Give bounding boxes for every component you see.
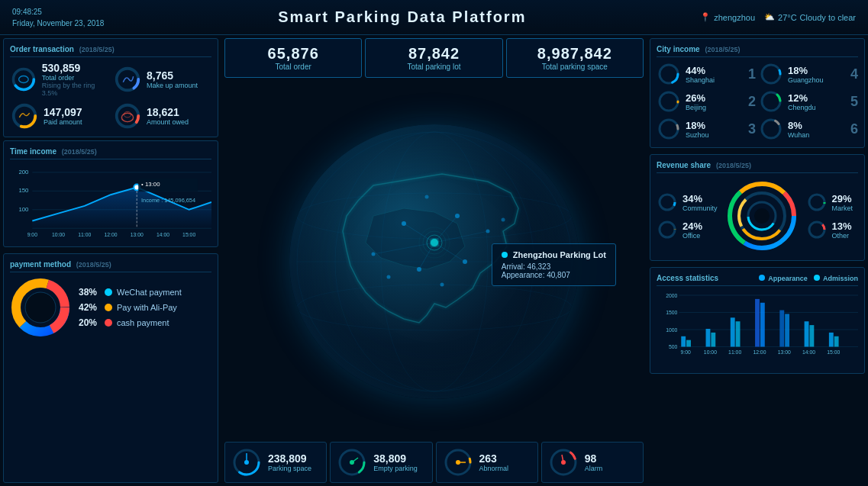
appearance-dot [759,275,765,281]
access-legend: Appearance Admission [759,275,858,282]
revenue-donut-svg [724,178,800,254]
svg-point-10 [124,111,131,117]
city-ring-1 [759,62,783,86]
header: 09:48:25 Friday, November 23, 2018 Smart… [0,0,868,35]
svg-text:• 13:00: • 13:00 [141,181,160,188]
svg-point-2 [19,76,29,83]
gauge-icon-3 [548,447,579,478]
svg-line-69 [352,458,358,462]
payment-dot-2 [105,319,112,327]
rev-ring-3 [806,219,828,240]
svg-text:11:00: 11:00 [78,232,91,237]
city-item-1: 18% Guangzhou 4 [759,62,858,86]
order-transaction-panel: Order transaction (2018/5/25) 530,859 To… [3,38,218,137]
svg-point-107 [809,222,824,237]
order-label-0: Total order [42,74,108,82]
map-container: Zhengzhou Parking Lot Arrival: 46,323 Ap… [221,81,647,442]
access-bar-chart: 2000 1500 1000 500 [657,291,858,367]
order-label-1: Make up amount [147,82,198,89]
svg-text:500: 500 [669,344,678,349]
appearance-legend: Appearance [759,275,808,282]
header-datetime: 09:48:25 Friday, November 23, 2018 [12,6,104,29]
svg-rect-123 [755,299,760,347]
city-ring-5 [759,117,783,141]
svg-rect-119 [706,329,711,346]
svg-text:10:00: 10:00 [704,349,717,355]
header-date: Friday, November 23, 2018 [12,18,104,29]
order-item-3: 18,621 Amount owed [113,101,211,130]
revenue-legend-right: 29% Market 13% Other [806,192,857,240]
city-item-5: 8% Wuhan 6 [759,117,858,141]
payment-legend: 38% WeChat payment 42% Pay with Ali-Pay … [79,287,182,328]
svg-rect-125 [779,311,784,347]
order-transaction-title: Order transaction (2018/5/25) [10,45,211,57]
svg-rect-130 [834,336,839,347]
svg-text:1500: 1500 [666,310,677,315]
city-ring-2 [657,89,681,114]
svg-text:100: 100 [18,206,29,213]
map-tooltip-title: Zhengzhou Parking Lot [502,250,606,259]
rev-item-1: 29% Market [806,192,857,213]
access-statistics-panel: Access statistics Appearance Admission [650,267,865,374]
city-item-4: 18% Suzhou 3 [657,117,756,141]
center-stat-lbl-0: Total order [234,63,352,71]
svg-point-82 [660,92,678,111]
rev-item-0: 34% Community [657,192,718,213]
payment-legend-2: 20% cash payment [79,317,182,328]
location-icon: 📍 [700,12,711,22]
center-stat-lbl-1: Total parking lot [375,63,492,71]
order-ring-3 [113,101,142,130]
svg-text:1000: 1000 [666,327,677,333]
payment-donut [10,277,71,338]
svg-text:15:00: 15:00 [182,232,195,237]
center-column: 65,876 Total order 87,842 Total parking … [221,35,647,486]
center-stat-2: 8,987,842 Total parking space [506,38,644,78]
map-tooltip: Zhengzhou Parking Lot Arrival: 46,323 Ap… [492,243,616,286]
svg-point-61 [297,285,572,330]
svg-point-105 [809,195,824,210]
main-layout: Order transaction (2018/5/25) 530,859 To… [0,35,868,486]
revenue-share-title: Revenue share (2018/5/25) [657,161,858,173]
city-ring-0 [657,62,681,86]
city-item-3: 12% Chengdu 5 [759,89,858,114]
order-value-3: 18,621 [147,106,189,118]
map-tooltip-arrival: Arrival: 46,323 [502,262,606,271]
bottom-stat-lbl-3: Alarm [585,465,603,472]
order-ring-1 [113,65,142,94]
payment-dot-0 [105,288,112,296]
svg-text:Income : 145,096,654: Income : 145,096,654 [141,197,195,204]
svg-text:2000: 2000 [666,293,677,298]
svg-text:14:00: 14:00 [802,349,815,355]
svg-point-92 [660,222,675,237]
city-income-grid: 44% Shanghai 1 18% Guangzhou 4 [657,62,858,141]
bottom-stat-val-3: 98 [585,452,603,465]
rev-ring-0 [657,192,678,213]
svg-text:9:00: 9:00 [680,349,690,355]
revenue-legend-left: 34% Community 24% Office [657,192,718,240]
admission-legend: Admission [814,275,858,282]
svg-rect-117 [681,336,686,347]
header-location: 📍 zhengzhou [700,12,755,22]
revenue-share-panel: Revenue share (2018/5/25) 34% Community [650,154,865,261]
admission-dot [814,275,820,281]
bottom-stat-2: 263 Abnormal [436,442,538,483]
header-time: 09:48:25 [12,6,104,18]
order-item-1: 8,765 Make up amount [113,62,211,97]
tooltip-dot [502,252,508,258]
svg-text:11:00: 11:00 [728,349,741,355]
header-weather: ⛅ 27°C Cloudy to clear [764,12,856,22]
time-income-title: Time income (2018/5/25) [10,147,211,159]
order-value-0: 530,859 [42,62,108,74]
bottom-stats-row: 238,809 Parking space 38,809 Empty parki… [224,442,644,483]
center-stat-val-1: 87,842 [375,45,492,63]
payment-method-title: payment method (2018/5/25) [10,260,211,272]
svg-rect-121 [731,317,735,346]
svg-rect-120 [711,333,715,347]
center-stats-row: 65,876 Total order 87,842 Total parking … [224,38,644,78]
svg-text:13:00: 13:00 [778,349,791,355]
svg-text:10:00: 10:00 [52,232,65,237]
weather-icon: ⛅ [764,12,775,22]
time-income-chart: 200 150 100 [10,164,211,240]
bottom-stat-3: 98 Alarm [541,442,644,483]
city-income-panel: City income (2018/5/25) 44% Shanghai 1 [650,38,865,148]
